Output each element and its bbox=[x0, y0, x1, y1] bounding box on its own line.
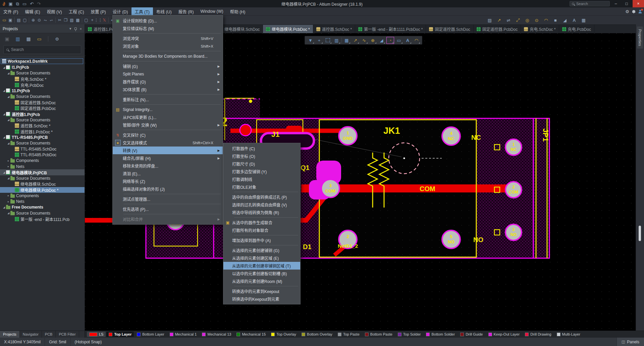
tree-item-folder[interactable]: ◢Source Documents bbox=[0, 117, 85, 123]
expanded-arrow-icon[interactable]: ◢ bbox=[2, 66, 6, 69]
string-text-icon[interactable]: A bbox=[571, 17, 577, 23]
designator-jk1[interactable]: JK1 bbox=[383, 126, 400, 136]
expanded-arrow-icon[interactable]: ◢ bbox=[2, 113, 6, 116]
collapsed-arrow-icon[interactable]: ▸ bbox=[6, 200, 10, 203]
expanded-arrow-icon[interactable]: ◢ bbox=[2, 171, 6, 174]
submenu-item-create-cutout-from-selection[interactable]: 从选择的元素创建非铺铜区域 (T) bbox=[223, 262, 300, 270]
expanded-arrow-icon[interactable]: ◢ bbox=[2, 89, 6, 92]
open-document-icon[interactable]: ▭ bbox=[1, 17, 7, 23]
menu-item-split-planes[interactable]: Split Planes▶ bbox=[113, 70, 223, 78]
fill-icon[interactable]: ■ bbox=[552, 17, 558, 23]
menu-help[interactable]: 帮助 (H) bbox=[227, 7, 249, 16]
submenu-item-create-board-cutout[interactable]: 以选中的元素创建板切割槽 (B) bbox=[223, 270, 300, 277]
menu-item-manage-3d-bodies[interactable]: Manage 3D Bodies for Components on Board… bbox=[113, 52, 223, 60]
menu-item-stitching-shielding[interactable]: 缝合孔/屏蔽 (H)▶ bbox=[113, 154, 223, 162]
tree-item-document[interactable]: 遥控器1.PcbDoc * bbox=[0, 129, 85, 134]
expanded-arrow-icon[interactable]: ◢ bbox=[2, 136, 6, 139]
panel-close-icon[interactable]: × bbox=[80, 27, 82, 31]
component-icon[interactable]: ▦ bbox=[343, 37, 351, 44]
text-string-icon[interactable]: A bbox=[404, 37, 412, 44]
tree-item-project[interactable]: ◢l1.PrjPcb bbox=[0, 64, 85, 70]
menu-item-outline-selected-objects[interactable]: 描画选择对象的外形 (J)▶ bbox=[113, 185, 223, 193]
arc-icon[interactable]: ◠ bbox=[413, 37, 420, 44]
clear-filter-icon[interactable]: 𝕏 bbox=[101, 17, 107, 23]
tree-item-document[interactable]: 继电器模块.SchDoc bbox=[0, 181, 85, 187]
doc-tab[interactable]: 充电.PcbDoc bbox=[559, 25, 594, 33]
cut-icon[interactable]: ✂ bbox=[57, 17, 63, 23]
close-button[interactable]: × bbox=[633, 0, 644, 7]
component-icon[interactable]: ▦ bbox=[581, 17, 587, 23]
expanded-arrow-icon[interactable]: ◢ bbox=[6, 95, 10, 98]
layer-tab-keep-out[interactable]: Keep-Out Layer bbox=[486, 332, 522, 337]
tree-item-folder[interactable]: ◢Source Documents bbox=[0, 210, 85, 216]
layer-tab-mechanical-15[interactable]: Mechanical 15 bbox=[234, 332, 268, 337]
tree-item-document[interactable]: 第一版 -end - 副本1111.Pcb bbox=[0, 216, 85, 222]
layer-set-chip[interactable]: LS bbox=[87, 332, 106, 337]
tree-item-folder[interactable]: ▸Nets bbox=[0, 164, 85, 169]
gauge-active-icon[interactable]: ◔ bbox=[386, 37, 394, 44]
submenu-item-explode-ole-object[interactable]: 打散OLE对象 bbox=[223, 183, 300, 191]
polygon-pour-icon[interactable]: ◢ bbox=[562, 17, 568, 23]
copper-pad[interactable] bbox=[240, 124, 251, 136]
save-document-icon[interactable]: ▣ bbox=[7, 17, 13, 23]
tree-item-project[interactable]: ◢TTL-RS485.PrjPCB bbox=[0, 134, 85, 140]
align-icon[interactable]: ⋮⋮ bbox=[95, 17, 101, 23]
doc-tab[interactable]: 第一版 -end - 副本1111.PcbDoc * bbox=[355, 25, 426, 33]
projects-search-input[interactable]: Search bbox=[3, 45, 81, 54]
layer-tab-bottom-solder[interactable]: Bottom Solder bbox=[424, 332, 457, 337]
menu-item-re-annotate[interactable]: 重新标注 (N)...▶ bbox=[113, 96, 223, 103]
submenu-item-explode-polygon[interactable]: 打散多边型铺铜 (Y) bbox=[223, 168, 300, 175]
doc-tab[interactable]: 固定遥控器.SchDoc bbox=[426, 25, 473, 33]
properties-panel-tab[interactable]: Properties bbox=[637, 26, 643, 49]
arc-icon[interactable]: ◠ bbox=[543, 17, 549, 23]
redo-icon[interactable]: ↷ bbox=[37, 2, 41, 6]
menu-item-convert[interactable]: 转换 (V)▶ bbox=[113, 147, 223, 154]
menu-design[interactable]: 设计 (D) bbox=[109, 7, 131, 16]
menu-item-reset-error-markers[interactable]: 复位错误标志 (M)▶ bbox=[113, 24, 223, 32]
notifications-bell-icon[interactable] bbox=[632, 10, 635, 13]
layer-tab-top-solder[interactable]: Top Solder bbox=[395, 332, 423, 337]
doc-tab[interactable]: 充电.SchDoc * bbox=[521, 25, 559, 33]
menu-tools[interactable]: 工具 (T) bbox=[131, 7, 153, 16]
tree-item-document[interactable]: 固定遥控器.SchDoc bbox=[0, 100, 85, 105]
silk-no[interactable]: NO bbox=[473, 236, 483, 243]
menu-reports[interactable]: 报告 (R) bbox=[175, 7, 197, 16]
expanded-arrow-icon[interactable]: ◢ bbox=[6, 72, 10, 75]
menu-window[interactable]: Window (W) bbox=[197, 8, 227, 15]
select-area-icon[interactable]: ▢ bbox=[83, 17, 89, 23]
paste-icon[interactable]: ▧ bbox=[69, 17, 75, 23]
tree-item-project[interactable]: ◢遥控器1.PrjPcb bbox=[0, 111, 85, 117]
print-icon[interactable]: ▤ bbox=[16, 17, 22, 23]
collapsed-arrow-icon[interactable]: ▸ bbox=[6, 159, 10, 162]
selection-box-icon[interactable] bbox=[324, 37, 332, 44]
submenu-item-keepout-to-selection[interactable]: 转换选中的Keepout到元素 bbox=[223, 295, 300, 303]
panel-tab-pcb-filter[interactable]: PCB Filter bbox=[56, 331, 79, 338]
tree-item-document[interactable]: 遥控器.SchDoc * bbox=[0, 123, 85, 128]
save-project-icon[interactable]: ▣ bbox=[4, 36, 10, 42]
zoom-selected-icon[interactable]: ⥊ bbox=[42, 17, 48, 23]
silk-nc[interactable]: NC bbox=[471, 134, 481, 141]
layer-tab-top-paste[interactable]: Top Paste bbox=[335, 332, 362, 337]
tree-item-folder[interactable]: ◢Source Documents bbox=[0, 140, 85, 146]
designator-q1[interactable]: Q1 bbox=[301, 164, 310, 171]
submenu-item-selection-to-keepout[interactable]: 转换选中的元素到Keepout bbox=[223, 287, 300, 295]
via-icon[interactable]: ⊕ bbox=[369, 37, 377, 44]
submenu-item-explode-tuned-line[interactable]: 打散调制线 bbox=[223, 175, 300, 183]
expanded-arrow-icon[interactable]: ◢ bbox=[6, 177, 10, 180]
menu-place[interactable]: 放置 (P) bbox=[88, 7, 109, 16]
tree-item-free-documents[interactable]: ◢Free Documents bbox=[0, 205, 85, 210]
designator-j1[interactable]: J1 bbox=[271, 130, 279, 138]
compile-project-icon[interactable]: ▥ bbox=[15, 36, 21, 42]
pad-right-3-no[interactable]: 3NO bbox=[505, 224, 522, 240]
hatch-region-icon[interactable]: ▨ bbox=[487, 17, 493, 23]
route-arrow-icon[interactable]: ↗ bbox=[352, 37, 359, 44]
tree-item-folder[interactable]: ◢Source Documents bbox=[0, 70, 85, 76]
panel-tab-pcb[interactable]: PCB bbox=[42, 331, 56, 338]
layer-tab-mechanical-1[interactable]: Mechanical 1 bbox=[167, 332, 199, 337]
panel-tab-navigator[interactable]: Navigator bbox=[20, 331, 42, 338]
tree-item-folder[interactable]: ◢Source Documents bbox=[0, 175, 85, 181]
menu-item-drc[interactable]: ▣设计规则检查 (D)...▶ bbox=[113, 17, 223, 24]
expanded-arrow-icon[interactable]: ◢ bbox=[6, 118, 10, 121]
tree-item-project-active[interactable]: ◢继电器模块.PrjPCB bbox=[0, 169, 85, 175]
menu-view[interactable]: 视图 (V) bbox=[44, 7, 65, 16]
